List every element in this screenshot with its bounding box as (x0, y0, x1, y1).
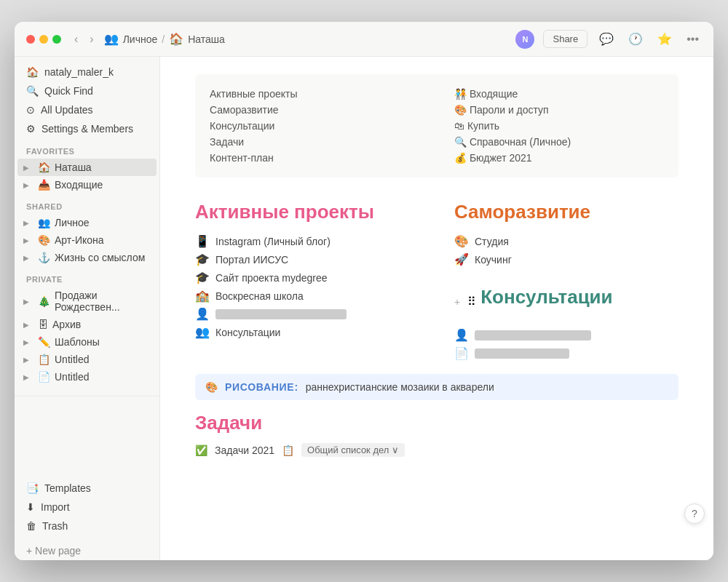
instagram-icon: 📱 (195, 234, 210, 248)
sidebar-username: nataly_maler_k (44, 66, 114, 78)
blurred-text2 (475, 330, 591, 340)
sidebar-item-shablony[interactable]: ▶ ✏️ Шаблоны (17, 333, 157, 351)
lichnoe-icon: 👥 (38, 217, 50, 228)
more-button[interactable]: ••• (684, 31, 702, 47)
incoming-label: Входящие (55, 179, 103, 191)
toc-col1: Активные проекты Саморазвитие Консультац… (210, 86, 419, 166)
toc-item[interactable]: 💰 Бюджет 2021 (454, 150, 664, 166)
arrow-icon: ▶ (23, 338, 33, 346)
sidebar-import[interactable]: ⬇ Import (17, 498, 157, 517)
prodazhi-icon: 🎄 (38, 295, 50, 307)
back-button[interactable]: ‹ (70, 31, 82, 47)
nav-buttons: ‹ › (70, 31, 98, 47)
zadachi-tag[interactable]: Общий список дел ∨ (301, 443, 405, 457)
sidebar-bottom: 📑 Templates ⬇ Import 🗑 Trash (15, 473, 159, 541)
sidebar-item-incoming[interactable]: ▶ 📥 Входящие (17, 176, 157, 194)
updates-icon: ⊙ (26, 104, 35, 116)
drag-icon: ⠿ (467, 295, 476, 308)
section-item[interactable]: 🚀 Коучинг (454, 250, 678, 268)
toc-item[interactable]: 🛍 Купить (454, 118, 664, 134)
breadcrumb-text1[interactable]: Личное (123, 33, 158, 45)
toc-item[interactable]: Саморазвитие (210, 102, 419, 118)
zadachi-row: ✅ Задачи 2021 📋 Общий список дел ∨ (195, 443, 678, 457)
section-item[interactable]: 🏫 Воскресная школа (195, 287, 419, 305)
titlebar: ‹ › 👥 Личное / 🏠 Наташа N Share 💬 🕐 ⭐ ••… (15, 22, 713, 57)
section-item[interactable]: 🎨 Студия (454, 232, 678, 250)
section-item-text: Портал ИИСУС (215, 254, 419, 266)
sidebar-trash[interactable]: 🗑 Trash (17, 517, 157, 535)
toc-item[interactable]: Консультации (210, 118, 419, 134)
sidebar-item-natasha[interactable]: ▶ 🏠 Наташа (17, 159, 157, 176)
sidebar-item-prodazhi[interactable]: ▶ 🎄 Продажи Рождествен... (17, 287, 157, 316)
toc-item[interactable]: 🧑‍🤝‍🧑 Входящие (454, 86, 664, 102)
mydegree-icon: 🎓 (195, 271, 210, 284)
highlight-banner: 🎨 РИСОВАНИЕ: раннехристианские мозаики в… (195, 374, 678, 400)
blurred-konsultatsii-item1[interactable]: 👤 (454, 326, 678, 344)
sidebar-top: 🏠 nataly_maler_k 🔍 Quick Find ⊙ All Upda… (15, 57, 159, 391)
zhizn-label: Жизнь со смыслом (55, 252, 145, 263)
maximize-button[interactable] (52, 35, 61, 44)
sidebar-user[interactable]: 🏠 nataly_maler_k (17, 63, 157, 81)
sidebar-quick-find[interactable]: 🔍 Quick Find (17, 81, 157, 100)
comment-button[interactable]: 💬 (596, 31, 617, 47)
toc-item[interactable]: Контент-план (210, 150, 419, 166)
templates-label: Templates (44, 482, 91, 494)
add-icon[interactable]: + (454, 296, 460, 308)
shablony-label: Шаблоны (55, 336, 100, 348)
person2-icon: 👤 (454, 328, 469, 342)
section-item-text: Коучинг (475, 254, 678, 266)
breadcrumb-text2[interactable]: Наташа (188, 33, 225, 45)
untitled2-icon: 📄 (38, 371, 50, 383)
section-item-text: Instagram (Личный блог) (215, 236, 419, 247)
section-item[interactable]: 👥 Консультации (195, 323, 419, 341)
new-page-button[interactable]: + New page (17, 541, 157, 560)
share-button[interactable]: Share (543, 30, 587, 48)
section-active-projects: Активные проекты 📱 Instagram (Личный бло… (195, 201, 419, 362)
konsultatsii-icon: 👥 (195, 325, 210, 339)
minimize-button[interactable] (39, 35, 48, 44)
star-button[interactable]: ⭐ (654, 31, 675, 47)
zhizn-icon: ⚓ (38, 252, 50, 263)
titlebar-actions: N Share 💬 🕐 ⭐ ••• (515, 30, 702, 49)
sidebar-item-lichnoe[interactable]: ▶ 👥 Личное (17, 214, 157, 231)
section-samorazvitie: Саморазвитие 🎨 Студия 🚀 Коучинг + ⠿ (454, 201, 678, 362)
sidebar-all-updates[interactable]: ⊙ All Updates (17, 100, 157, 119)
zadachi-section: Задачи ✅ Задачи 2021 📋 Общий список дел … (195, 412, 678, 457)
sidebar-templates[interactable]: 📑 Templates (17, 479, 157, 498)
prodazhi-label: Продажи Рождествен... (55, 290, 148, 313)
content-area: Активные проекты Саморазвитие Консультац… (160, 57, 713, 560)
blurred-konsultatsii-item2[interactable]: 📄 (454, 344, 678, 362)
blurred-item1[interactable]: 👤 (195, 305, 419, 323)
active-projects-title: Активные проекты (195, 201, 419, 223)
sidebar-settings[interactable]: ⚙ Settings & Members (17, 119, 157, 138)
sidebar-item-archive[interactable]: ▶ 🗄 Архив (17, 316, 157, 333)
app-window: ‹ › 👥 Личное / 🏠 Наташа N Share 💬 🕐 ⭐ ••… (15, 22, 713, 560)
close-button[interactable] (26, 35, 35, 44)
highlight-text: раннехристианские мозаики в акварели (306, 381, 494, 393)
zadachi-check-icon: ✅ (195, 445, 207, 456)
breadcrumb: 👥 Личное / 🏠 Наташа (104, 32, 516, 46)
toc-item[interactable]: 🎨 Пароли и доступ (454, 102, 664, 118)
portal-icon: 🎓 (195, 252, 210, 266)
sidebar-item-untitled2[interactable]: ▶ 📄 Untitled (17, 368, 157, 386)
sidebar-item-art[interactable]: ▶ 🎨 Арт-Икона (17, 231, 157, 249)
section-item-text: Воскресная школа (215, 290, 419, 302)
section-item[interactable]: 📱 Instagram (Личный блог) (195, 232, 419, 250)
section-item[interactable]: 🎓 Сайт проекта mydegree (195, 268, 419, 287)
blurred-text1 (215, 309, 347, 319)
forward-button[interactable]: › (85, 31, 98, 47)
section-item[interactable]: 🎓 Портал ИИСУС (195, 250, 419, 268)
history-button[interactable]: 🕐 (625, 31, 646, 47)
toc-item[interactable]: Активные проекты (210, 86, 419, 102)
traffic-lights (26, 35, 61, 44)
user-icon: 🏠 (26, 66, 39, 78)
zadachi-item-text[interactable]: Задачи 2021 (215, 445, 274, 456)
toc-item[interactable]: Задачи (210, 134, 419, 150)
zadachi-list-icon: 📋 (282, 445, 294, 456)
toc-item[interactable]: 🔍 Справочная (Личное) (454, 134, 664, 150)
konsultatsii-title: Консультации (480, 286, 612, 308)
sidebar-item-untitled1[interactable]: ▶ 📋 Untitled (17, 351, 157, 368)
sidebar-item-zhizn[interactable]: ▶ ⚓ Жизнь со смыслом (17, 249, 157, 266)
blurred-text3 (475, 348, 569, 359)
help-button[interactable]: ? (684, 503, 705, 524)
